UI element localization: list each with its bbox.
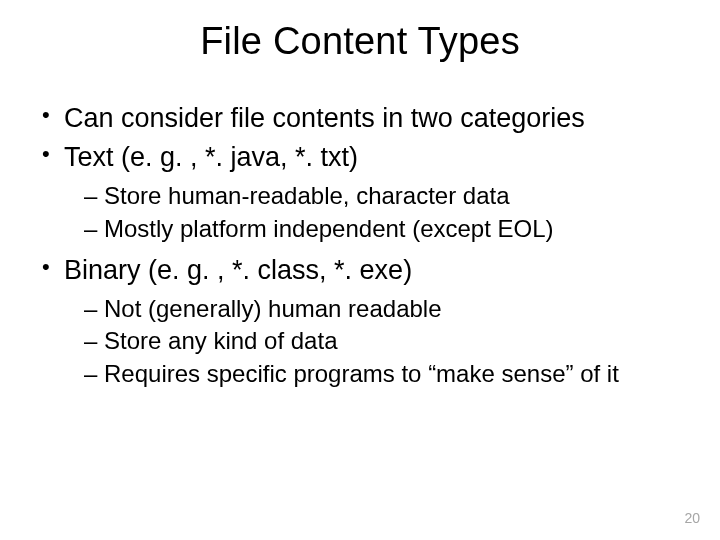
bullet-item: Text (e. g. , *. java, *. txt) Store hum… [40, 140, 680, 245]
sub-bullet-text: Store human-readable, character data [104, 182, 510, 209]
bullet-list: Can consider file contents in two catego… [40, 101, 680, 390]
slide-content: Can consider file contents in two catego… [0, 101, 720, 390]
sub-bullet-item: Store human-readable, character data [84, 181, 680, 212]
sub-bullet-item: Store any kind of data [84, 326, 680, 357]
bullet-text: Can consider file contents in two catego… [64, 103, 585, 133]
sub-bullet-item: Requires specific programs to “make sens… [84, 359, 680, 390]
sub-bullet-item: Not (generally) human readable [84, 294, 680, 325]
sub-bullet-list: Not (generally) human readable Store any… [84, 294, 680, 390]
sub-bullet-text: Requires specific programs to “make sens… [104, 360, 619, 387]
bullet-item: Binary (e. g. , *. class, *. exe) Not (g… [40, 253, 680, 390]
sub-bullet-text: Mostly platform independent (except EOL) [104, 215, 554, 242]
sub-bullet-text: Store any kind of data [104, 327, 337, 354]
sub-bullet-text: Not (generally) human readable [104, 295, 442, 322]
bullet-item: Can consider file contents in two catego… [40, 101, 680, 136]
bullet-text: Text (e. g. , *. java, *. txt) [64, 142, 358, 172]
bullet-text: Binary (e. g. , *. class, *. exe) [64, 255, 412, 285]
sub-bullet-item: Mostly platform independent (except EOL) [84, 214, 680, 245]
page-number: 20 [684, 510, 700, 526]
sub-bullet-list: Store human-readable, character data Mos… [84, 181, 680, 244]
slide: File Content Types Can consider file con… [0, 0, 720, 540]
slide-title: File Content Types [0, 20, 720, 63]
